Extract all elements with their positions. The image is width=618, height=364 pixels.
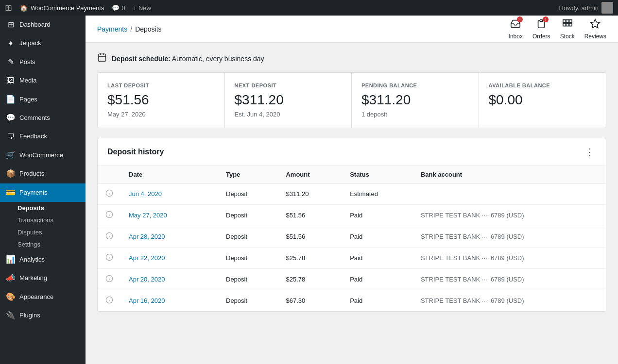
stat-last-deposit-sub: May 27, 2020 <box>107 111 215 118</box>
svg-rect-4 <box>563 23 566 26</box>
row-bank-account: STRIPE TEST BANK ···· 6789 (USD) <box>413 290 606 312</box>
header-bar: Payments / Deposits ! Inbox <box>86 16 618 43</box>
stat-last-deposit-value: $51.56 <box>107 92 215 108</box>
row-bank-account: STRIPE TEST BANK ···· 6789 (USD) <box>413 269 606 290</box>
sidebar-item-label: Posts <box>19 58 35 66</box>
stat-next-deposit-value: $311.20 <box>235 92 342 108</box>
inbox-button[interactable]: ! Inbox <box>509 18 523 40</box>
sidebar-item-comments[interactable]: 💬 Comments <box>0 109 86 127</box>
row-info-icon <box>98 269 121 290</box>
row-status: Paid <box>342 248 413 269</box>
row-info-icon <box>98 183 121 205</box>
sidebar-item-dashboard[interactable]: ⊞ Dashboard <box>0 16 86 34</box>
sidebar-item-posts[interactable]: ✎ Posts <box>0 53 86 71</box>
row-status: Paid <box>342 269 413 290</box>
house-icon: 🏠 <box>20 4 28 12</box>
stat-available-balance: AVAILABLE BALANCE $0.00 <box>479 73 606 128</box>
svg-marker-7 <box>591 19 600 27</box>
header-icons: ! Inbox ! Orders <box>509 18 606 40</box>
sidebar-item-products[interactable]: 📦 Products <box>0 165 86 183</box>
inbox-badge: ! <box>517 17 523 22</box>
sidebar-item-feedback[interactable]: 🗨 Feedback <box>0 127 86 146</box>
row-bank-account: STRIPE TEST BANK ···· 6789 (USD) <box>413 205 606 226</box>
sidebar-item-label: Feedback <box>19 132 47 141</box>
sidebar-item-label: Analytics <box>19 255 45 264</box>
row-amount: $67.30 <box>278 290 342 312</box>
sidebar-item-label: Payments <box>19 188 48 197</box>
row-date-link[interactable]: Apr 20, 2020 <box>129 276 165 283</box>
sidebar-item-jetpack[interactable]: ♦ Jetpack <box>0 34 86 52</box>
page-content: Deposit schedule: Automatic, every busin… <box>86 43 618 321</box>
howdy-text: Howdy, admin <box>559 2 613 14</box>
sidebar-item-label: Plugins <box>19 311 40 320</box>
jetpack-icon: ♦ <box>6 38 16 49</box>
row-date-link[interactable]: Jun 4, 2020 <box>129 190 162 198</box>
row-date-link[interactable]: Apr 16, 2020 <box>129 297 165 304</box>
new-link[interactable]: + New <box>133 4 151 12</box>
admin-bar: ⊞ 🏠 WooCommerce Payments 💬 0 + New Howdy… <box>0 0 618 16</box>
marketing-icon: 📣 <box>6 273 16 283</box>
row-date-link[interactable]: May 27, 2020 <box>129 212 167 219</box>
deposit-schedule-value: Automatic, every business day <box>172 55 264 63</box>
comments-link[interactable]: 💬 0 <box>112 4 125 12</box>
stat-next-deposit-label: NEXT DEPOSIT <box>235 83 342 88</box>
sidebar-item-marketing[interactable]: 📣 Marketing <box>0 269 86 287</box>
sidebar-item-appearance[interactable]: 🎨 Appearance <box>0 288 86 306</box>
svg-rect-0 <box>540 19 543 21</box>
sidebar-item-media[interactable]: 🖼 Media <box>0 71 86 90</box>
site-name[interactable]: 🏠 WooCommerce Payments <box>20 4 104 12</box>
row-info-icon <box>98 226 121 248</box>
stat-next-deposit-sub: Est. Jun 4, 2020 <box>235 111 342 118</box>
site-name-text: WooCommerce Payments <box>31 4 104 12</box>
appearance-icon: 🎨 <box>6 292 16 302</box>
reviews-icon <box>590 18 601 29</box>
deposit-history-table: Date Type Amount Status Bank account <box>98 166 606 311</box>
feedback-icon: 🗨 <box>6 131 16 142</box>
sidebar-sub-deposits[interactable]: Deposits <box>0 202 86 214</box>
row-date: Apr 16, 2020 <box>121 290 218 312</box>
breadcrumb: Payments / Deposits <box>97 25 162 33</box>
row-date: Apr 20, 2020 <box>121 269 218 290</box>
table-col-type: Type <box>218 166 278 183</box>
row-type: Deposit <box>218 248 278 269</box>
payments-icon: 💳 <box>6 187 16 198</box>
row-amount: $51.56 <box>278 226 342 248</box>
sidebar-item-label: Pages <box>19 95 37 104</box>
row-type: Deposit <box>218 205 278 226</box>
dashboard-icon: ⊞ <box>6 19 16 30</box>
sidebar-sub-transactions[interactable]: Transactions <box>0 214 86 226</box>
stat-pending-balance: PENDING BALANCE $311.20 1 deposit <box>352 73 479 128</box>
orders-button[interactable]: ! Orders <box>532 18 550 40</box>
row-date-link[interactable]: Apr 28, 2020 <box>129 233 165 240</box>
stock-button[interactable]: Stock <box>560 18 575 40</box>
row-amount: $25.78 <box>278 248 342 269</box>
sidebar-item-analytics[interactable]: 📊 Analytics <box>0 250 86 269</box>
row-status: Paid <box>342 205 413 226</box>
stat-next-deposit: NEXT DEPOSIT $311.20 Est. Jun 4, 2020 <box>225 73 352 128</box>
sidebar-item-label: Dashboard <box>19 20 51 29</box>
row-date-link[interactable]: Apr 22, 2020 <box>129 254 165 262</box>
reviews-button[interactable]: Reviews <box>584 18 606 40</box>
stat-available-balance-value: $0.00 <box>489 92 597 108</box>
orders-badge: ! <box>543 17 549 22</box>
breadcrumb-parent-link[interactable]: Payments <box>97 25 127 33</box>
wp-logo-icon[interactable]: ⊞ <box>5 2 12 13</box>
sidebar-item-payments[interactable]: 💳 Payments <box>0 183 86 202</box>
sidebar-item-plugins[interactable]: 🔌 Plugins <box>0 306 86 325</box>
more-options-button[interactable]: ⋮ <box>583 146 596 158</box>
analytics-icon: 📊 <box>6 254 16 265</box>
woocommerce-icon: 🛒 <box>6 150 16 161</box>
svg-rect-6 <box>569 23 572 26</box>
table-col-amount: Amount <box>278 166 342 183</box>
products-icon: 📦 <box>6 168 16 179</box>
row-date: Apr 28, 2020 <box>121 226 218 248</box>
sidebar-sub-disputes[interactable]: Disputes <box>0 226 86 238</box>
sidebar-item-woocommerce[interactable]: 🛒 WooCommerce <box>0 146 86 165</box>
sidebar-item-pages[interactable]: 📄 Pages <box>0 90 86 109</box>
sidebar-sub-settings[interactable]: Settings <box>0 238 86 250</box>
row-date: May 27, 2020 <box>121 205 218 226</box>
inbox-label: Inbox <box>509 33 523 40</box>
stock-icon <box>562 18 573 29</box>
breadcrumb-separator: / <box>130 25 132 33</box>
svg-rect-5 <box>566 23 569 26</box>
